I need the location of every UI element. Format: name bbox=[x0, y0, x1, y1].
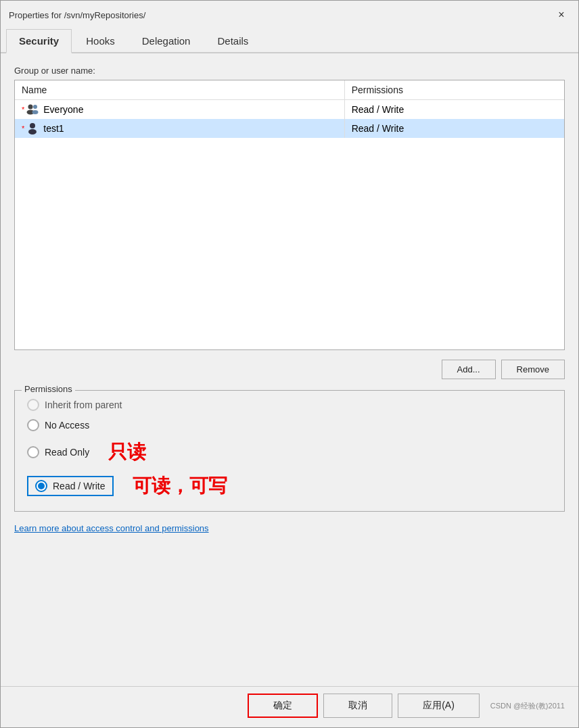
table-cell-perm: Read / Write bbox=[344, 100, 564, 120]
tab-security[interactable]: Security bbox=[6, 29, 72, 53]
radio-read-write-box[interactable]: Read / Write bbox=[27, 476, 114, 496]
remove-button[interactable]: Remove bbox=[501, 360, 565, 379]
radio-read-write[interactable] bbox=[35, 480, 47, 492]
svg-point-5 bbox=[28, 129, 37, 135]
link-row: Learn more about access control and perm… bbox=[14, 523, 565, 533]
svg-point-4 bbox=[30, 123, 35, 128]
radio-row-read-write[interactable]: Read / Write 可读，可写 bbox=[27, 473, 552, 499]
csdn-credit: CSDN @经验(教)2011 bbox=[490, 701, 565, 711]
title-bar: Properties for /svn/myRepositories/ × bbox=[1, 1, 578, 26]
properties-dialog: Properties for /svn/myRepositories/ × Se… bbox=[0, 0, 579, 728]
row-name: * Everyone bbox=[22, 103, 338, 116]
tab-hooks[interactable]: Hooks bbox=[73, 29, 128, 52]
radio-read-only[interactable] bbox=[27, 446, 39, 458]
radio-read-write-label: Read / Write bbox=[53, 481, 106, 491]
user-table-container[interactable]: Name Permissions * bbox=[14, 80, 565, 350]
group-label: Group or user name: bbox=[14, 66, 565, 76]
tab-content: Group or user name: Name Permissions * bbox=[1, 53, 578, 686]
confirm-button[interactable]: 确定 bbox=[248, 694, 318, 718]
radio-row-inherit[interactable]: Inherit from parent bbox=[27, 399, 552, 411]
user-icon bbox=[26, 122, 39, 135]
col-header-name: Name bbox=[15, 80, 344, 100]
asterisk: * bbox=[22, 105, 24, 114]
radio-no-access[interactable] bbox=[27, 419, 39, 431]
add-button[interactable]: Add... bbox=[442, 360, 496, 379]
svg-point-0 bbox=[28, 105, 33, 110]
tab-details[interactable]: Details bbox=[204, 29, 261, 52]
footer-buttons: 确定 取消 应用(A) CSDN @经验(教)2011 bbox=[1, 686, 578, 727]
row-name: * test1 bbox=[22, 122, 338, 135]
radio-no-access-label: No Access bbox=[45, 420, 89, 431]
learn-more-link[interactable]: Learn more about access control and perm… bbox=[14, 523, 209, 533]
permissions-legend: Permissions bbox=[22, 384, 75, 394]
table-row[interactable]: * Everyone bbox=[15, 100, 564, 120]
window-title: Properties for /svn/myRepositories/ bbox=[9, 10, 145, 20]
annotation-read-write: 可读，可写 bbox=[133, 473, 227, 499]
action-buttons: Add... Remove bbox=[14, 360, 565, 379]
radio-inherit-label: Inherit from parent bbox=[45, 399, 122, 410]
close-button[interactable]: × bbox=[553, 6, 570, 24]
tab-bar: Security Hooks Delegation Details bbox=[1, 29, 578, 53]
apply-button[interactable]: 应用(A) bbox=[398, 694, 480, 718]
col-header-permissions: Permissions bbox=[344, 80, 564, 100]
table-cell-perm: Read / Write bbox=[344, 119, 564, 138]
table-row[interactable]: * test1 Read / Write bbox=[15, 119, 564, 138]
row-name-label: Everyone bbox=[43, 104, 83, 115]
annotation-read-only: 只读 bbox=[108, 439, 146, 465]
group-icon bbox=[26, 103, 39, 116]
radio-row-read-only[interactable]: Read Only 只读 bbox=[27, 439, 552, 465]
cancel-button[interactable]: 取消 bbox=[323, 694, 392, 718]
table-cell-name: * Everyone bbox=[15, 100, 344, 120]
table-cell-name: * test1 bbox=[15, 119, 344, 138]
svg-point-3 bbox=[32, 110, 39, 114]
asterisk: * bbox=[22, 124, 24, 132]
svg-point-2 bbox=[33, 105, 37, 109]
radio-read-only-label: Read Only bbox=[45, 447, 89, 458]
permissions-group: Permissions Inherit from parent No Acces… bbox=[14, 390, 565, 512]
user-table: Name Permissions * bbox=[15, 80, 564, 138]
row-name-label: test1 bbox=[43, 123, 64, 134]
radio-row-no-access[interactable]: No Access bbox=[27, 419, 552, 431]
tab-delegation[interactable]: Delegation bbox=[129, 29, 204, 52]
radio-inherit[interactable] bbox=[27, 399, 39, 411]
